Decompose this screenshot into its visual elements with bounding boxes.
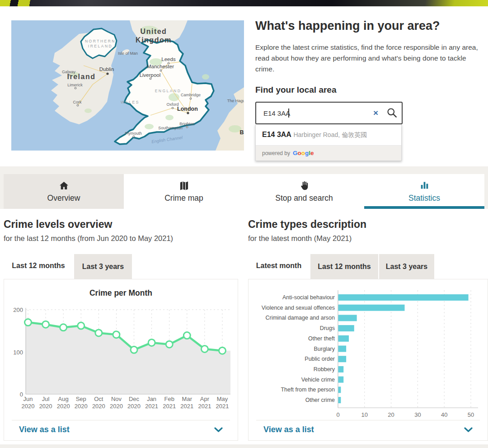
svg-text:Jan2021: Jan2021 <box>145 396 158 410</box>
police-uk-page: UnitedKingdomNORTHERNIRELANDIsle of ManI… <box>0 0 488 448</box>
svg-text:Drugs: Drugs <box>320 325 335 331</box>
map-label: Dublin <box>99 66 114 72</box>
svg-text:Mar2021: Mar2021 <box>180 396 193 410</box>
crime-types-bar-chart: Anti-social behaviourViolence and sexual… <box>251 287 486 422</box>
svg-text:0: 0 <box>336 411 339 418</box>
powered-by-text: powered by <box>262 150 290 156</box>
svg-text:100: 100 <box>13 349 23 356</box>
suggestion-address: Harbinger Road, 倫敦英國 <box>293 131 367 138</box>
section-tabs: OverviewCrime mapStop and searchStatisti… <box>4 174 484 209</box>
active-tab-underline <box>364 206 484 209</box>
map-town-dot <box>75 87 76 89</box>
map-label: London <box>177 106 198 112</box>
map-label: Cambridge <box>181 93 201 97</box>
map-label: ENGLAND <box>155 89 182 93</box>
line-chart-title: Crime per Month <box>4 288 238 298</box>
svg-text:40: 40 <box>441 411 447 418</box>
svg-text:Apr2021: Apr2021 <box>198 396 211 410</box>
svg-text:Oct2020: Oct2020 <box>92 396 105 410</box>
tab-stop-and-search[interactable]: Stop and search <box>244 174 364 209</box>
map-label: Limerick <box>67 83 83 87</box>
svg-text:Nov2020: Nov2020 <box>110 396 123 410</box>
postcode-search-box: × <box>255 102 403 124</box>
svg-text:Sep2020: Sep2020 <box>75 396 88 410</box>
clear-icon[interactable]: × <box>371 103 381 123</box>
ireland-green-patch <box>84 108 92 113</box>
svg-text:Robbery: Robbery <box>314 366 335 373</box>
range-tab-last-3-years[interactable]: Last 3 years <box>379 254 434 279</box>
crime-levels-title: Crime levels overview <box>4 218 112 231</box>
map-city-dot <box>106 72 108 75</box>
hand-icon <box>299 180 310 191</box>
tab-overview[interactable]: Overview <box>4 174 124 209</box>
svg-text:Anti-social behaviour: Anti-social behaviour <box>282 294 335 301</box>
svg-text:0: 0 <box>20 391 23 398</box>
crime-types-range-tabs: Latest monthLast 12 monthsLast 3 years <box>248 252 435 279</box>
section-tabs-band: OverviewCrime mapStop and searchStatisti… <box>0 166 488 209</box>
google-logo: Google <box>293 150 314 156</box>
map-label: Southampton <box>158 126 183 130</box>
map-icon <box>178 180 190 191</box>
svg-text:Theft from the person: Theft from the person <box>281 387 335 393</box>
chevron-down-icon <box>464 427 473 433</box>
find-local-area-heading: Find your local area <box>255 85 483 95</box>
map-town-dot <box>186 126 188 128</box>
svg-text:30: 30 <box>414 411 421 418</box>
map-label: WALES <box>121 100 140 104</box>
uk-map[interactable]: UnitedKingdomNORTHERNIRELANDIsle of ManI… <box>11 20 244 151</box>
next-section-edge <box>0 444 488 448</box>
range-tab-last-12-months[interactable]: Last 12 months <box>4 252 73 279</box>
search-icon[interactable] <box>386 107 398 120</box>
autocomplete-dropdown: E14 3AA Harbinger Road, 倫敦英國 powered by … <box>255 124 402 161</box>
svg-text:Feb2021: Feb2021 <box>163 396 176 410</box>
crime-types-subtitle: for the latest month (May 2021) <box>248 234 352 243</box>
google-logo-letter: o <box>298 150 301 156</box>
google-logo-letter: G <box>293 150 298 156</box>
range-tab-last-12-months[interactable]: Last 12 months <box>310 254 378 279</box>
page-title: What's happening in your area? <box>255 19 483 33</box>
map-label: Cork <box>73 100 82 104</box>
map-label: Leeds <box>161 57 176 62</box>
map-town-dot <box>150 78 151 80</box>
svg-text:200: 200 <box>13 307 23 313</box>
suggestion-postcode: E14 3AA <box>262 131 291 138</box>
range-tab-latest-month[interactable]: Latest month <box>248 252 310 279</box>
bar-chart-icon <box>419 180 430 191</box>
map-town-dot <box>133 136 135 137</box>
intro-description: Explore the latest crime statistics, fin… <box>255 42 482 75</box>
crime-types-title: Crime types description <box>248 218 366 231</box>
map-label: B <box>239 129 244 136</box>
chevron-down-icon <box>214 427 223 433</box>
svg-text:Other crime: Other crime <box>305 397 335 403</box>
tab-label: Overview <box>47 193 80 203</box>
svg-text:Vehicle crime: Vehicle crime <box>301 377 335 383</box>
map-town-dot <box>77 104 79 106</box>
police-chevron-banner <box>0 0 488 6</box>
svg-text:Jul2020: Jul2020 <box>39 396 52 410</box>
home-icon <box>58 180 70 191</box>
map-town-dot <box>172 107 174 109</box>
svg-text:20: 20 <box>388 411 394 418</box>
crime-levels-panel: Crime per Month 0100200Jun2020Jul2020Aug… <box>4 279 238 441</box>
crime-levels-range-tabs: Last 12 monthsLast 3 years <box>4 252 133 279</box>
map-label: Liverpool <box>140 72 161 78</box>
svg-text:Jun2020: Jun2020 <box>22 396 35 410</box>
google-attribution: powered by Google <box>256 146 401 160</box>
map-label: Galway <box>62 70 76 74</box>
svg-text:Public order: Public order <box>305 356 335 362</box>
map-label: Plymouth <box>125 131 142 136</box>
map-label: Isle of Man <box>118 51 138 56</box>
tab-label: Crime map <box>164 193 203 203</box>
view-as-list-left[interactable]: View as a list <box>12 420 230 440</box>
intro-section: What's happening in your area? Explore t… <box>255 19 483 161</box>
svg-text:10: 10 <box>361 411 368 418</box>
autocomplete-suggestion[interactable]: E14 3AA Harbinger Road, 倫敦英國 <box>256 124 401 146</box>
svg-text:Violence and sexual offences: Violence and sexual offences <box>262 305 335 311</box>
tab-crime-map[interactable]: Crime map <box>124 174 244 209</box>
range-tab-last-3-years[interactable]: Last 3 years <box>74 254 132 279</box>
svg-text:Aug2020: Aug2020 <box>57 396 70 410</box>
text-cursor <box>288 108 289 118</box>
view-as-list-right[interactable]: View as a list <box>256 420 480 440</box>
map-label: NORTHERNIRELAND <box>85 39 116 48</box>
tab-statistics[interactable]: Statistics <box>364 174 484 209</box>
